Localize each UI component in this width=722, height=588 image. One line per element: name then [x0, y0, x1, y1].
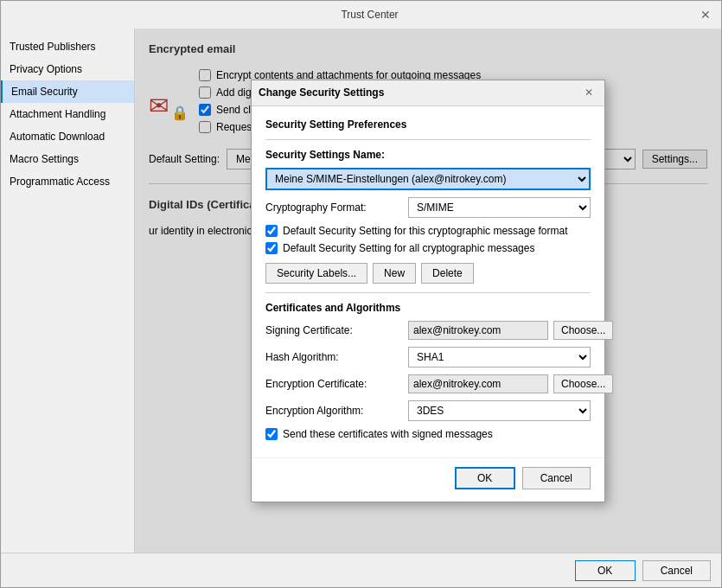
signing-cert-input[interactable] — [408, 321, 548, 340]
modal-title-bar: Change Security Settings ✕ — [252, 80, 604, 106]
checkbox-default2-row: Default Security Setting for all cryptog… — [265, 242, 591, 254]
title-bar: Trust Center ✕ — [1, 1, 721, 29]
encryption-cert-row: Encryption Certificate: Choose... — [265, 374, 591, 393]
encryption-cert-input[interactable] — [408, 374, 548, 393]
certs-section-label: Certificates and Algorithms — [265, 302, 591, 314]
main-panel: Encrypted email Encrypt contents and att… — [135, 29, 721, 553]
modal-divider-1 — [265, 139, 591, 140]
settings-name-row: Security Settings Name: — [265, 149, 591, 161]
modal-footer: OK Cancel — [252, 457, 604, 502]
sidebar-item-email-security[interactable]: Email Security — [1, 80, 134, 103]
content-area: Trusted Publishers Privacy Options Email… — [1, 29, 721, 553]
sidebar-item-automatic-download[interactable]: Automatic Download — [1, 125, 134, 148]
encryption-choose-button[interactable]: Choose... — [553, 374, 613, 393]
modal-overlay: Change Security Settings ✕ Security Sett… — [135, 29, 721, 553]
hash-algo-select[interactable]: SHA1 — [408, 347, 591, 368]
close-icon[interactable]: ✕ — [697, 6, 714, 23]
sidebar-item-programmatic-access[interactable]: Programmatic Access — [1, 170, 134, 193]
delete-button[interactable]: Delete — [421, 263, 474, 284]
sidebar-item-macro-settings[interactable]: Macro Settings — [1, 148, 134, 170]
modal-body: Security Setting Preferences Security Se… — [252, 106, 604, 457]
trust-center-window: Trust Center ✕ Trusted Publishers Privac… — [0, 0, 722, 588]
hash-algo-label: Hash Algorithm: — [265, 351, 408, 363]
signing-choose-button[interactable]: Choose... — [553, 321, 613, 340]
window-title: Trust Center — [42, 9, 697, 21]
hash-algo-row: Hash Algorithm: SHA1 — [265, 347, 591, 368]
encryption-algo-row: Encryption Algorithm: 3DES — [265, 400, 591, 421]
checkbox-default1-label: Default Security Setting for this crypto… — [283, 225, 567, 237]
signing-cert-row: Signing Certificate: Choose... — [265, 321, 591, 340]
cancel-button[interactable]: Cancel — [642, 560, 711, 581]
settings-name-input-row: Meine S/MIME-Einstellungen (alex@nitroke… — [265, 168, 591, 190]
signing-cert-label: Signing Certificate: — [265, 324, 408, 336]
send-certs-checkbox[interactable] — [265, 428, 278, 440]
bottom-bar: OK Cancel — [1, 553, 721, 587]
encryption-cert-label: Encryption Certificate: — [265, 378, 408, 390]
send-certs-label: Send these certificates with signed mess… — [283, 428, 493, 440]
cryptography-format-select[interactable]: S/MIME — [408, 197, 591, 218]
security-labels-button[interactable]: Security Labels... — [265, 263, 367, 284]
new-button[interactable]: New — [373, 263, 416, 284]
modal-close-button[interactable]: ✕ — [580, 84, 597, 101]
send-certs-row: Send these certificates with signed mess… — [265, 428, 591, 440]
change-security-settings-dialog: Change Security Settings ✕ Security Sett… — [251, 80, 605, 502]
preferences-label: Security Setting Preferences — [265, 118, 591, 131]
modal-ok-button[interactable]: OK — [455, 467, 515, 489]
modal-action-buttons: Security Labels... New Delete — [265, 263, 591, 284]
checkbox-default2[interactable] — [265, 242, 278, 254]
cryptography-format-row: Cryptography Format: S/MIME — [265, 197, 591, 218]
checkbox-default2-label: Default Security Setting for all cryptog… — [283, 242, 534, 254]
modal-cancel-button[interactable]: Cancel — [522, 467, 591, 489]
sidebar: Trusted Publishers Privacy Options Email… — [1, 29, 135, 553]
checkbox-default1[interactable] — [265, 225, 278, 237]
modal-title: Change Security Settings — [259, 86, 384, 99]
encryption-algo-label: Encryption Algorithm: — [265, 405, 408, 417]
sidebar-item-privacy-options[interactable]: Privacy Options — [1, 58, 134, 80]
settings-name-select[interactable]: Meine S/MIME-Einstellungen (alex@nitroke… — [265, 168, 591, 190]
sidebar-item-attachment-handling[interactable]: Attachment Handling — [1, 103, 134, 125]
cryptography-format-label: Cryptography Format: — [265, 201, 408, 214]
encryption-algo-select[interactable]: 3DES — [408, 400, 591, 421]
sidebar-item-trusted-publishers[interactable]: Trusted Publishers — [1, 35, 134, 58]
settings-name-label: Security Settings Name: — [265, 149, 408, 161]
modal-divider-2 — [265, 292, 591, 293]
checkbox-default1-row: Default Security Setting for this crypto… — [265, 225, 591, 237]
ok-button[interactable]: OK — [575, 560, 636, 581]
